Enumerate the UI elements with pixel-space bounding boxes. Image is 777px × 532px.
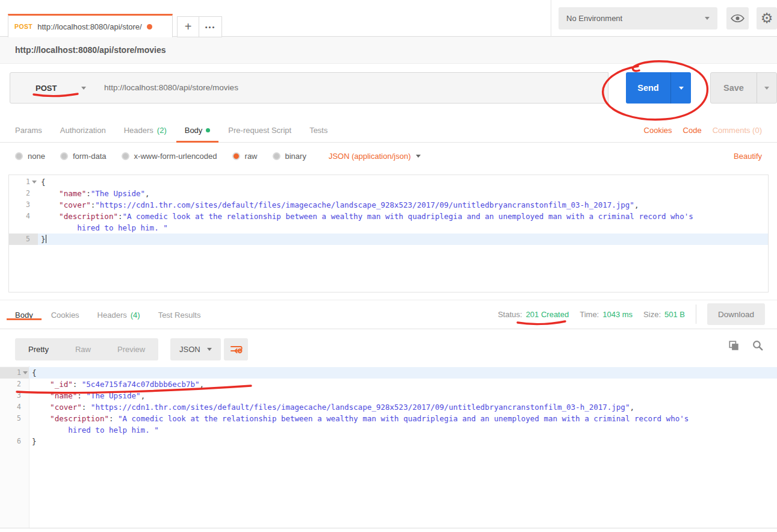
- chevron-down-icon: [764, 87, 769, 90]
- save-options-button[interactable]: [757, 73, 776, 103]
- request-tab-pre-request-script[interactable]: Pre-request Script: [228, 118, 291, 142]
- method-selector-value: POST: [36, 84, 57, 93]
- cookies-link[interactable]: Cookies: [644, 126, 672, 135]
- status-label: Status:: [498, 310, 522, 319]
- request-tab-body[interactable]: Body: [185, 118, 211, 142]
- copy-response-button[interactable]: [729, 341, 739, 353]
- response-body-editor[interactable]: 1{2 "_id": "5c4e715fa74c07dbbb6ecb7b",3 …: [0, 366, 777, 528]
- size-label: Size:: [643, 310, 661, 319]
- response-tab-body[interactable]: Body: [15, 311, 33, 320]
- environment-selector-label: No Environment: [566, 14, 622, 23]
- request-tab-tests[interactable]: Tests: [309, 118, 327, 142]
- request-body-editor[interactable]: 1{2 "name":"The Upside",3 "cover":"https…: [8, 175, 769, 292]
- time-indicator: Time: 1043 ms: [580, 310, 633, 319]
- url-input[interactable]: http://localhost:8080/api/store/movies: [94, 72, 608, 104]
- request-title: http://localhost:8080/api/store/movies: [0, 37, 777, 64]
- radio-icon: [273, 152, 280, 160]
- environment-selector[interactable]: No Environment: [559, 7, 717, 29]
- request-tab-params[interactable]: Params: [15, 118, 42, 142]
- view-mode-preview[interactable]: Preview: [104, 338, 158, 360]
- send-button-label: Send: [626, 72, 670, 104]
- header-bar: POST http://localhost:8080/api/store/ + …: [0, 0, 777, 37]
- body-mode-binary[interactable]: binary: [273, 152, 306, 161]
- code-line: 3 "name": "The Upside",: [0, 390, 777, 401]
- save-button[interactable]: Save: [710, 72, 777, 104]
- new-tab-button[interactable]: +: [177, 16, 199, 37]
- wrap-lines-button[interactable]: [224, 338, 248, 360]
- header-divider: [551, 0, 551, 37]
- code-line: 4 "cover": "https://cdn1.thr.com/sites/d…: [0, 401, 777, 413]
- code-line: 2 "name":"The Upside",: [9, 188, 768, 199]
- tab-options-button[interactable]: •••: [199, 16, 222, 37]
- meta-divider: [696, 305, 696, 324]
- body-mode-row: noneform-datax-www-form-urlencodedrawbin…: [0, 143, 777, 170]
- code-line: 5 "description": "A comedic look at the …: [0, 413, 777, 424]
- status-value: 201 Created: [526, 310, 569, 319]
- postman-app: POST http://localhost:8080/api/store/ + …: [0, 0, 777, 532]
- request-tab[interactable]: POST http://localhost:8080/api/store/: [8, 14, 173, 37]
- copy-icon: [729, 341, 739, 351]
- chevron-down-icon: [705, 17, 710, 20]
- response-format-selector[interactable]: JSON: [170, 338, 221, 360]
- chevron-down-icon: [207, 348, 212, 351]
- size-value: 501 B: [664, 310, 685, 319]
- response-tab-headers[interactable]: Headers(4): [98, 311, 140, 320]
- chevron-down-icon: [81, 87, 86, 90]
- request-tab-authorization[interactable]: Authorization: [60, 118, 106, 142]
- code-line: 6}: [0, 436, 777, 447]
- code-link[interactable]: Code: [683, 126, 702, 135]
- response-format-value: JSON: [179, 345, 200, 354]
- download-button[interactable]: Download: [707, 303, 765, 325]
- body-mode-raw[interactable]: raw: [232, 152, 258, 161]
- beautify-link[interactable]: Beautify: [734, 143, 762, 170]
- tab-title: http://localhost:8080/api/store/: [37, 22, 141, 31]
- radio-icon: [232, 152, 240, 160]
- code-line: 3 "cover":"https://cdn1.thr.com/sites/de…: [9, 199, 768, 211]
- body-data-dot: [206, 128, 210, 132]
- chevron-down-icon: [416, 155, 421, 158]
- tab-method-label: POST: [14, 23, 33, 30]
- code-line: 4 "description":"A comedic look at the r…: [9, 211, 768, 222]
- settings-button[interactable]: ⚙: [757, 7, 777, 29]
- save-button-label: Save: [711, 73, 757, 103]
- code-line: 1{: [0, 367, 777, 379]
- status-indicator: Status: 201 Created: [498, 310, 569, 319]
- body-mode-form-data[interactable]: form-data: [60, 152, 107, 161]
- code-line: hired to help him. ": [0, 424, 777, 436]
- view-mode-raw[interactable]: Raw: [62, 338, 104, 360]
- request-links: CookiesCodeComments (0): [644, 118, 762, 143]
- unsaved-changes-dot: [147, 24, 152, 29]
- method-selector[interactable]: POST: [10, 72, 95, 104]
- eye-icon: [731, 14, 744, 23]
- wrap-lines-icon: [230, 344, 243, 354]
- content-type-value: JSON (application/json): [329, 152, 411, 161]
- code-line: 1{: [9, 176, 768, 188]
- chevron-down-icon: [679, 87, 684, 90]
- body-mode-none[interactable]: none: [15, 152, 45, 161]
- view-mode-pretty[interactable]: Pretty: [15, 338, 62, 360]
- environment-quick-look-button[interactable]: [726, 7, 749, 29]
- code-line: 5}: [9, 234, 768, 245]
- body-mode-x-www-form-urlencoded[interactable]: x-www-form-urlencoded: [122, 152, 217, 161]
- response-tab-cookies[interactable]: Cookies: [51, 311, 79, 320]
- comments-0-link[interactable]: Comments (0): [713, 126, 762, 135]
- radio-icon: [122, 152, 129, 160]
- fold-caret-icon[interactable]: [30, 181, 38, 184]
- size-indicator: Size: 501 B: [643, 310, 685, 319]
- search-icon: [752, 340, 763, 351]
- send-button[interactable]: Send: [626, 72, 691, 104]
- response-view-switcher: PrettyRawPreview: [15, 338, 158, 360]
- text-cursor: [46, 235, 47, 243]
- gear-icon: ⚙: [761, 11, 773, 25]
- content-type-selector[interactable]: JSON (application/json): [329, 152, 421, 161]
- time-label: Time:: [580, 310, 599, 319]
- response-tab-test-results[interactable]: Test Results: [158, 311, 201, 320]
- time-value: 1043 ms: [602, 310, 633, 319]
- search-response-button[interactable]: [752, 340, 763, 353]
- code-line: hired to help him. ": [9, 222, 768, 234]
- send-options-button[interactable]: [670, 72, 691, 104]
- radio-icon: [60, 152, 68, 160]
- fold-caret-icon[interactable]: [21, 371, 29, 374]
- request-tab-headers[interactable]: Headers(2): [124, 118, 167, 142]
- response-meta: Status: 201 Created Time: 1043 ms Size: …: [498, 300, 765, 329]
